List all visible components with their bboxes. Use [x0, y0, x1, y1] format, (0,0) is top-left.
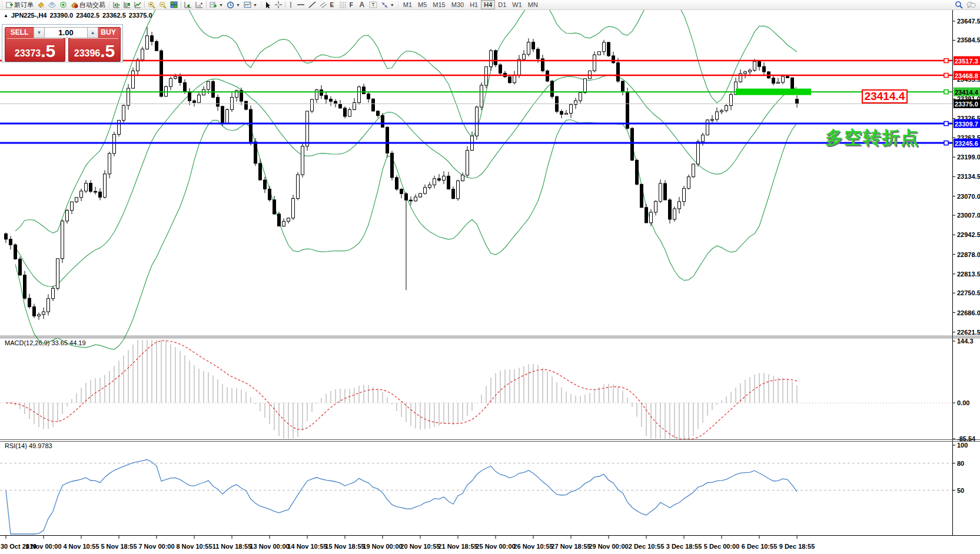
- label-tool-button[interactable]: T: [367, 0, 379, 9]
- bear-candle: [14, 245, 17, 259]
- bull-candle: [650, 212, 653, 223]
- top-toolbar: 新订单 自动交易 ▼ ▼: [0, 0, 980, 10]
- axes-layer: 23647.523584.523455.523391.023326.523263…: [0, 10, 980, 550]
- horizontal-line-icon: [297, 1, 305, 8]
- template-icon: [244, 1, 251, 8]
- chart-low: 23362.5: [102, 12, 126, 19]
- channel-tool-button[interactable]: E: [318, 0, 337, 9]
- bull-candle: [716, 112, 719, 119]
- bear-candle: [612, 56, 615, 63]
- rsi-tick-label: 80: [957, 460, 964, 467]
- price-tick-label: 22750.5: [957, 289, 980, 296]
- timeframe-button-m30[interactable]: M30: [449, 0, 467, 9]
- line-handle[interactable]: [944, 122, 948, 126]
- crosshair-tool-button[interactable]: [273, 0, 284, 9]
- bear-candle: [410, 200, 413, 201]
- signal-button[interactable]: [58, 0, 69, 9]
- search-button[interactable]: [953, 0, 965, 9]
- buy-price-main: 23396: [74, 47, 101, 60]
- timeframe-button-m15[interactable]: M15: [430, 0, 448, 9]
- autotrading-button[interactable]: 自动交易: [69, 0, 107, 9]
- bull-candle: [80, 191, 83, 198]
- collapse-arrow-icon[interactable]: ▲: [4, 13, 8, 18]
- bear-candle: [607, 42, 610, 56]
- trendline-tool-button[interactable]: [307, 0, 318, 9]
- chart-shift-button[interactable]: [194, 0, 205, 9]
- timeframe-button-mn[interactable]: MN: [525, 0, 541, 9]
- timeframe-button-d1[interactable]: D1: [495, 0, 509, 9]
- bull-candle: [122, 105, 125, 120]
- arrows-tool-button[interactable]: ▼: [379, 0, 396, 9]
- bear-candle: [669, 200, 672, 219]
- timeframe-button-w1[interactable]: W1: [509, 0, 525, 9]
- bear-candle: [664, 183, 667, 200]
- macd-tick-label: 0.00: [957, 399, 969, 406]
- bear-candle: [94, 191, 97, 192]
- zoom-in-button[interactable]: [146, 0, 157, 9]
- rsi-line: [6, 460, 797, 535]
- price-callout-box[interactable]: 23414.4: [862, 89, 908, 104]
- bear-candle: [391, 153, 394, 178]
- text-tool-button[interactable]: A: [357, 0, 367, 9]
- bear-candle: [268, 189, 271, 199]
- templates-button[interactable]: ▼: [242, 0, 259, 9]
- bull-candle: [283, 221, 285, 226]
- indicators-button[interactable]: ▼: [208, 0, 225, 9]
- volume-increase-button[interactable]: ▲: [87, 27, 98, 38]
- equidistant-channel-icon: [320, 1, 327, 8]
- time-tick-label: 21 Nov 18:55: [438, 543, 477, 550]
- bull-candle: [38, 315, 41, 316]
- macd-label: MACD(12,26,9) 33.65 44.19: [5, 339, 86, 346]
- candle-chart-mode-button[interactable]: [122, 0, 132, 9]
- timeframe-button-h1[interactable]: H1: [467, 0, 481, 9]
- bear-candle: [24, 275, 26, 298]
- timeframe-button-m5[interactable]: M5: [415, 0, 430, 9]
- candles-layer: [5, 27, 799, 320]
- bear-candle: [5, 234, 8, 239]
- bear-candle: [363, 87, 366, 94]
- bull-candle: [348, 109, 351, 116]
- green-zone-rectangle[interactable]: [736, 89, 811, 95]
- price-badge-label: 23309.7: [955, 121, 978, 128]
- vertical-line-tool-button[interactable]: [287, 0, 295, 9]
- line-chart-mode-button[interactable]: [132, 0, 143, 9]
- fibonacci-tool-button[interactable]: F: [337, 0, 357, 9]
- time-tick-label: 1 Nov 00:00: [25, 543, 61, 550]
- auto-scroll-button[interactable]: [182, 0, 194, 9]
- bar-chart-mode-button[interactable]: [111, 0, 122, 9]
- chart-symbol-period: JPN225-,H4: [11, 12, 47, 19]
- volume-decrease-button[interactable]: ▼: [34, 27, 45, 38]
- bear-candle: [273, 200, 276, 214]
- bull-candle: [287, 218, 290, 221]
- chart-title: ▲ JPN225-,H4 23390.0 23402.5 23362.5 233…: [4, 12, 152, 19]
- line-handle[interactable]: [944, 59, 948, 63]
- bull-candle: [61, 221, 64, 259]
- toolbar-grip: [1, 1, 4, 8]
- timeframe-button-h4[interactable]: H4: [481, 0, 495, 9]
- tile-windows-button[interactable]: [168, 0, 180, 9]
- zoom-out-icon: [159, 1, 167, 9]
- volume-input[interactable]: 1.00: [45, 27, 87, 38]
- bull-candle: [565, 114, 568, 115]
- bull-candle: [673, 209, 676, 219]
- toolbar-grip: [397, 1, 400, 8]
- bear-candle: [278, 214, 281, 226]
- cursor-tool-button[interactable]: [263, 0, 273, 9]
- publisher-button[interactable]: [46, 0, 58, 9]
- bear-candle: [631, 128, 634, 160]
- bull-candle: [744, 72, 747, 74]
- chat-button[interactable]: [965, 0, 978, 9]
- timeframe-button-m1[interactable]: M1: [400, 0, 415, 9]
- new-order-button[interactable]: 新订单: [4, 0, 35, 9]
- periods-button[interactable]: ▼: [225, 0, 242, 9]
- bull-candle: [57, 259, 59, 289]
- styler-button[interactable]: [35, 0, 46, 9]
- zoom-out-button[interactable]: [157, 0, 168, 9]
- line-handle[interactable]: [944, 74, 948, 78]
- line-handle[interactable]: [944, 141, 948, 145]
- line-handle[interactable]: [944, 90, 948, 94]
- time-tick-label: 19 Nov 00:00: [363, 543, 402, 550]
- bull-candle: [720, 111, 723, 112]
- horizontal-line-tool-button[interactable]: [295, 0, 307, 9]
- chart-canvas[interactable]: 23647.523584.523455.523391.023326.523263…: [0, 0, 980, 554]
